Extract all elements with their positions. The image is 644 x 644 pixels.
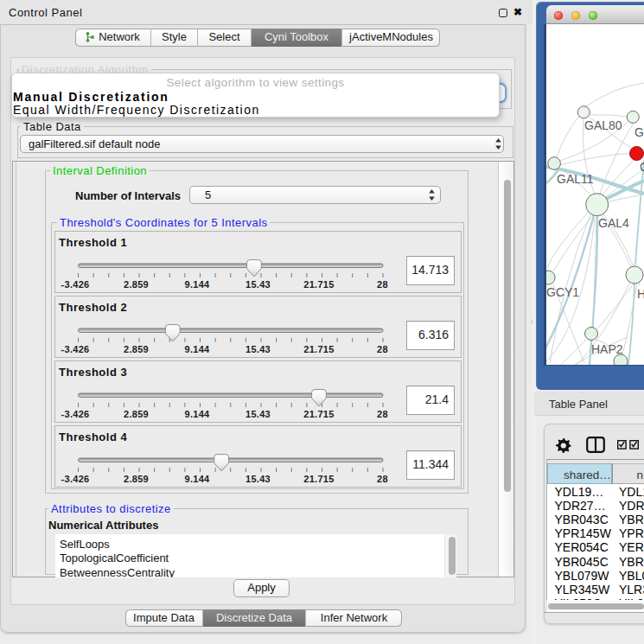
svg-text:GAL11: GAL11	[557, 172, 594, 186]
svg-text:-3.426: -3.426	[61, 474, 90, 484]
svg-text:9.144: 9.144	[184, 279, 210, 290]
svg-text:HAP2: HAP2	[591, 342, 623, 356]
svg-text:2.859: 2.859	[124, 409, 149, 419]
svg-text:9.144: 9.144	[184, 474, 210, 484]
svg-text:15.43: 15.43	[245, 409, 271, 419]
svg-text:2.859: 2.859	[124, 474, 149, 484]
svg-text:H: H	[637, 287, 644, 301]
svg-text:G.: G.	[634, 125, 644, 139]
svg-text:21.715: 21.715	[303, 279, 334, 290]
svg-text:15.43: 15.43	[245, 474, 271, 484]
svg-text:28: 28	[377, 409, 388, 419]
svg-text:21.715: 21.715	[303, 344, 334, 354]
svg-text:21.715: 21.715	[303, 409, 334, 419]
svg-text:15.43: 15.43	[245, 279, 271, 290]
svg-text:28: 28	[377, 279, 388, 290]
svg-text:28: 28	[377, 344, 388, 354]
svg-text:C: C	[640, 160, 644, 174]
svg-text:2.859: 2.859	[124, 344, 149, 354]
svg-text:-3.426: -3.426	[61, 279, 90, 290]
svg-text:28: 28	[377, 474, 388, 484]
svg-text:15.43: 15.43	[245, 344, 271, 354]
svg-text:GAL80: GAL80	[584, 118, 622, 132]
svg-text:GCY1: GCY1	[546, 285, 579, 299]
svg-text:9.144: 9.144	[184, 409, 210, 419]
svg-text:2.859: 2.859	[124, 279, 149, 290]
svg-text:9.144: 9.144	[184, 344, 210, 354]
svg-text:21.715: 21.715	[303, 474, 334, 484]
svg-text:-3.426: -3.426	[61, 344, 90, 354]
svg-text:-3.426: -3.426	[61, 409, 90, 419]
svg-text:GAL4: GAL4	[598, 216, 629, 230]
